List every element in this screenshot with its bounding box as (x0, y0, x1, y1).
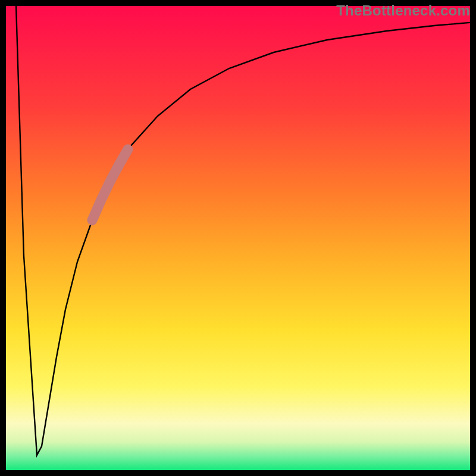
watermark-text: TheBottleneck.com (336, 2, 470, 19)
plot-background (6, 6, 470, 470)
chart-frame: { "watermark": "TheBottleneck.com", "col… (0, 0, 476, 476)
chart-svg (0, 0, 476, 476)
